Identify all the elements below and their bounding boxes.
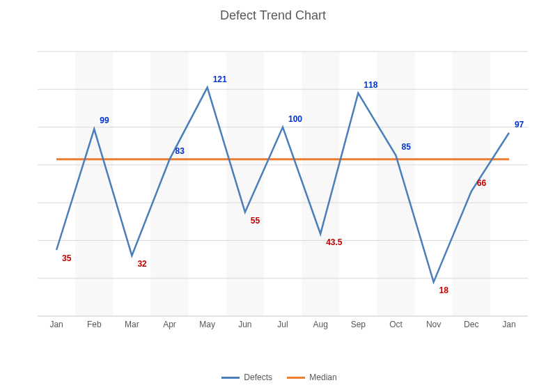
defect-trend-chart: Defect Trend Chart 020406080100120140Jan… <box>0 0 546 392</box>
svg-text:97: 97 <box>515 120 524 130</box>
svg-text:Dec: Dec <box>464 320 478 329</box>
svg-rect-4 <box>377 52 414 316</box>
svg-text:Sep: Sep <box>351 320 366 329</box>
svg-text:Oct: Oct <box>389 320 403 329</box>
chart-svg: 020406080100120140JanFebMarAprMayJunJulA… <box>38 47 533 333</box>
svg-text:55: 55 <box>251 216 260 226</box>
svg-text:18: 18 <box>439 285 449 295</box>
svg-text:100: 100 <box>288 114 302 124</box>
svg-text:May: May <box>199 320 215 329</box>
svg-text:83: 83 <box>176 146 185 156</box>
svg-text:Jan: Jan <box>502 320 515 329</box>
svg-text:35: 35 <box>62 253 72 263</box>
svg-rect-1 <box>150 52 188 316</box>
svg-text:Jun: Jun <box>238 320 251 329</box>
svg-text:Mar: Mar <box>125 320 139 329</box>
plot-area: 020406080100120140JanFebMarAprMayJunJulA… <box>38 47 533 333</box>
legend: Defects Median <box>0 372 546 382</box>
svg-text:99: 99 <box>100 116 109 125</box>
svg-text:Apr: Apr <box>163 320 176 329</box>
svg-text:32: 32 <box>137 259 147 269</box>
legend-label-median: Median <box>309 373 336 382</box>
legend-label-defects: Defects <box>244 373 272 382</box>
svg-text:Feb: Feb <box>87 320 102 329</box>
svg-text:66: 66 <box>477 178 487 188</box>
svg-text:Jul: Jul <box>277 320 288 329</box>
svg-rect-0 <box>75 52 113 316</box>
svg-text:Aug: Aug <box>313 320 327 329</box>
chart-title: Defect Trend Chart <box>0 8 546 23</box>
svg-text:Nov: Nov <box>426 320 441 329</box>
legend-swatch-median <box>287 377 305 379</box>
svg-text:85: 85 <box>401 142 411 152</box>
legend-swatch-defects <box>221 377 240 379</box>
svg-text:Jan: Jan <box>49 320 63 329</box>
svg-text:118: 118 <box>364 80 377 90</box>
svg-text:121: 121 <box>213 75 227 84</box>
svg-text:43.5: 43.5 <box>326 237 343 247</box>
